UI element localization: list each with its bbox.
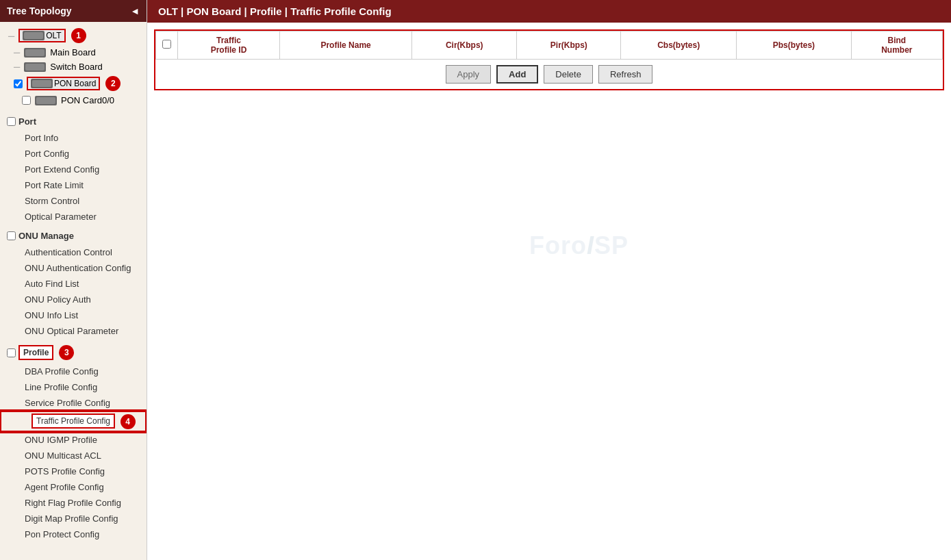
content-area: OLT | PON Board | Profile | Traffic Prof…	[147, 0, 951, 560]
tc2: ─	[14, 47, 20, 58]
port-section-cb[interactable]	[7, 117, 16, 126]
profile-label: Profile	[23, 348, 49, 357]
action-bar: Apply Add Delete Refresh	[155, 60, 943, 89]
nav-agent-profile[interactable]: Agent Profile Config	[0, 479, 147, 495]
badge-1: 1	[71, 28, 86, 43]
nav-port-rate[interactable]: Port Rate Limit	[0, 177, 147, 193]
tree-item-switchboard[interactable]: ─ Switch Board	[3, 60, 147, 74]
nav-onu-auth-config[interactable]: ONU Authentication Config	[0, 260, 147, 276]
nav-onu-igmp[interactable]: ONU IGMP Profile	[0, 432, 147, 448]
onu-section-label: ONU Manage	[18, 231, 74, 241]
col-cbs: Cbs(bytes)	[621, 31, 737, 60]
olt-label: OLT	[46, 31, 61, 40]
nav-onu-policy[interactable]: ONU Policy Auth	[0, 292, 147, 307]
traffic-box[interactable]: Traffic Profile Config	[31, 413, 115, 429]
nav-pots-profile[interactable]: POTS Profile Config	[0, 463, 147, 479]
poncard-icon	[35, 96, 57, 105]
nav-port-extend[interactable]: Port Extend Config	[0, 162, 147, 177]
col-bind: BindNumber	[851, 31, 942, 60]
nav-pon-protect[interactable]: Pon Protect Config	[0, 526, 147, 542]
nav-section-port: Port Port Info Port Config Port Extend C…	[0, 113, 147, 225]
mainboard-icon	[24, 48, 46, 58]
nav-auto-find[interactable]: Auto Find List	[0, 276, 147, 292]
tree-connector-olt: ─	[8, 31, 14, 41]
nav-storm-control[interactable]: Storm Control	[0, 193, 147, 209]
mainboard-label: Main Board	[50, 47, 95, 58]
tree-item-ponboard[interactable]: PON Board 2	[3, 74, 147, 93]
sidebar-toggle[interactable]: ◄	[130, 5, 140, 16]
poncard-label: PON Card0/0	[61, 95, 114, 105]
traffic-profile-table: TrafficProfile ID Profile Name Cir(Kbps)…	[155, 31, 943, 60]
ponboard-icon	[31, 79, 53, 88]
sidebar-header: Tree Topology ◄	[0, 0, 147, 22]
watermark-area: ForoISP 5	[147, 97, 951, 371]
nav-dba-profile[interactable]: DBA Profile Config	[0, 364, 147, 379]
table-header-row: TrafficProfile ID Profile Name Cir(Kbps)…	[156, 31, 943, 60]
nav-digit-map[interactable]: Digit Map Profile Config	[0, 511, 147, 526]
nav-traffic-profile[interactable]: Traffic Profile Config 4	[0, 411, 147, 432]
watermark: ForoISP	[529, 231, 629, 260]
tree-item-olt[interactable]: ─ OLT 1	[3, 26, 147, 45]
switchboard-label: Switch Board	[50, 62, 103, 72]
badge-4: 4	[121, 414, 136, 429]
onu-section-cb[interactable]	[7, 231, 16, 240]
breadcrumb: OLT | PON Board | Profile | Traffic Prof…	[158, 5, 392, 17]
nav-onu-optical[interactable]: ONU Optical Parameter	[0, 323, 147, 339]
tc3: ─	[14, 62, 20, 72]
section-profile[interactable]: Profile 3	[0, 342, 147, 364]
nav-section-onu: ONU Manage Authentication Control ONU Au…	[0, 227, 147, 339]
select-all-checkbox[interactable]	[162, 40, 171, 49]
delete-button[interactable]: Delete	[544, 65, 593, 84]
sidebar: Tree Topology ◄ ─ OLT 1 ─ M	[0, 0, 147, 560]
olt-box[interactable]: OLT	[18, 29, 65, 42]
pon-box[interactable]: PON Board	[27, 77, 100, 90]
nav-section-profile: Profile 3 DBA Profile Config Line Profil…	[0, 342, 147, 542]
nav-line-profile[interactable]: Line Profile Config	[0, 379, 147, 395]
nav-auth-control[interactable]: Authentication Control	[0, 244, 147, 260]
ponboard-checkbox[interactable]	[14, 79, 23, 88]
badge-2: 2	[105, 76, 121, 91]
switchboard-icon	[24, 62, 46, 72]
nav-optical-param[interactable]: Optical Parameter	[0, 209, 147, 225]
olt-icon	[23, 31, 45, 40]
tree-item-mainboard[interactable]: ─ Main Board	[3, 45, 147, 60]
apply-button[interactable]: Apply	[446, 65, 492, 84]
section-port[interactable]: Port	[0, 113, 147, 130]
ponboard-label: PON Board	[54, 79, 96, 88]
nav-port-info[interactable]: Port Info	[0, 130, 147, 146]
col-profile-name: Profile Name	[279, 31, 411, 60]
nav-onu-info[interactable]: ONU Info List	[0, 307, 147, 323]
table-container: TrafficProfile ID Profile Name Cir(Kbps)…	[154, 29, 944, 90]
col-traffic-id: TrafficProfile ID	[178, 31, 280, 60]
nav-service-profile[interactable]: Service Profile Config	[0, 395, 147, 411]
col-checkbox	[156, 31, 178, 60]
nav-right-flag[interactable]: Right Flag Profile Config	[0, 495, 147, 511]
port-section-label: Port	[18, 116, 36, 127]
nav-port-config[interactable]: Port Config	[0, 146, 147, 162]
badge-3: 3	[59, 345, 74, 360]
tree-root: ─ OLT 1 ─ Main Board ─ Swit	[0, 22, 147, 110]
poncard-checkbox[interactable]	[22, 96, 31, 105]
sidebar-title: Tree Topology	[7, 5, 72, 16]
profile-section-cb[interactable]	[7, 348, 16, 357]
section-onu[interactable]: ONU Manage	[0, 227, 147, 244]
breadcrumb-bar: OLT | PON Board | Profile | Traffic Prof…	[147, 0, 951, 23]
nav-onu-multicast[interactable]: ONU Multicast ACL	[0, 448, 147, 463]
profile-box[interactable]: Profile	[18, 345, 53, 360]
add-button[interactable]: Add	[496, 65, 538, 84]
col-pir: Pir(Kbps)	[517, 31, 621, 60]
col-cir: Cir(Kbps)	[412, 31, 517, 60]
traffic-label: Traffic Profile Config	[36, 416, 110, 426]
tree-item-poncard[interactable]: PON Card0/0	[3, 93, 147, 107]
col-pbs: Pbs(bytes)	[737, 31, 852, 60]
refresh-button[interactable]: Refresh	[598, 65, 653, 84]
